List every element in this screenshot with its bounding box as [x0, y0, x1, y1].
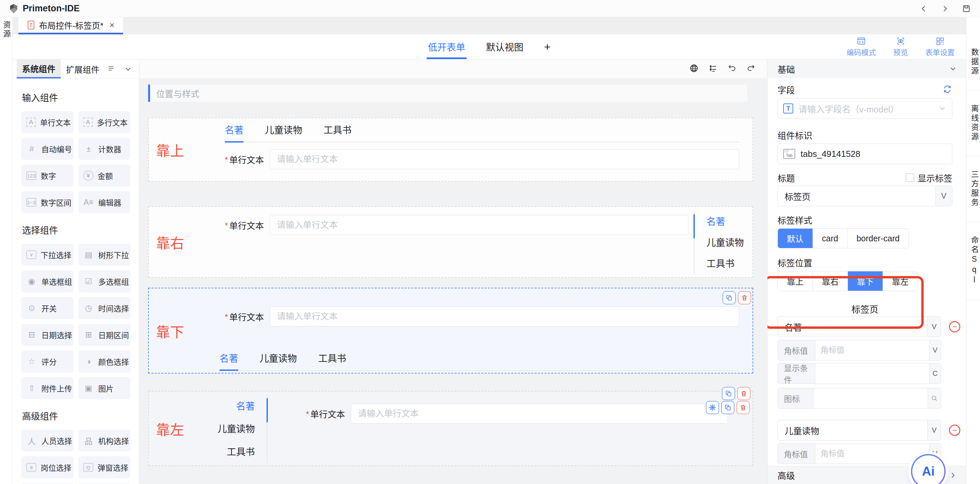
- tab-extension-components[interactable]: 扩展组件: [61, 59, 105, 78]
- canvas-tab[interactable]: 工具书: [706, 253, 752, 274]
- tab-item-name-input[interactable]: [778, 317, 927, 337]
- bind-variable-toggle[interactable]: V: [929, 340, 941, 360]
- palette-item[interactable]: ¥ 金额: [78, 165, 131, 187]
- right-rail-item[interactable]: 离线资源: [966, 91, 980, 156]
- canvas-tab[interactable]: 儿童读物: [265, 123, 302, 142]
- delete-container-button[interactable]: [737, 387, 751, 400]
- condition-input[interactable]: [815, 364, 929, 383]
- badge-input[interactable]: [815, 340, 929, 360]
- palette-item[interactable]: ◷ 时间选择: [78, 297, 131, 319]
- tabs-demo-right[interactable]: 靠右 *单行文本 名著 儿童读物 工具书: [148, 206, 753, 278]
- remove-tab-item-button[interactable]: −: [949, 425, 960, 436]
- category-list-icon[interactable]: [107, 65, 116, 73]
- canvas-tab[interactable]: 工具书: [227, 440, 255, 463]
- outline-tree-icon[interactable]: [708, 64, 719, 74]
- position-option-top[interactable]: 靠上: [778, 272, 813, 291]
- palette-item[interactable]: 1~3 数字区间: [21, 191, 74, 213]
- remove-tab-item-button[interactable]: −: [949, 321, 960, 332]
- palette-item[interactable]: 123 数字: [21, 165, 74, 187]
- i18n-globe-icon[interactable]: [689, 64, 700, 74]
- copy-field-button[interactable]: [721, 401, 735, 414]
- right-rail-item[interactable]: 命名Sql: [966, 222, 980, 300]
- canvas-tab[interactable]: 工具书: [318, 351, 346, 370]
- canvas-tab[interactable]: 儿童读物: [706, 231, 752, 252]
- tab-item-name-input[interactable]: [778, 420, 927, 440]
- copy-container-button[interactable]: [722, 387, 735, 400]
- position-option-right[interactable]: 靠右: [813, 272, 848, 291]
- resources-rail-item[interactable]: 资源: [0, 21, 12, 39]
- palette-item[interactable]: ⊞ 日期区间: [78, 324, 131, 346]
- show-label-toggle[interactable]: 显示标签: [905, 172, 952, 184]
- style-option-border-card[interactable]: border-card: [848, 228, 908, 248]
- palette-item[interactable]: ⊟ 日期选择: [21, 324, 74, 346]
- bind-variable-toggle[interactable]: V: [935, 186, 952, 206]
- canvas-tab[interactable]: 名著: [225, 123, 243, 142]
- palette-item[interactable]: ☆ 评分: [21, 350, 74, 372]
- palette-item[interactable]: A≡ 编辑器: [78, 191, 131, 213]
- nav-back-icon[interactable]: [919, 4, 929, 14]
- canvas-tab[interactable]: 儿童读物: [218, 417, 255, 439]
- document-tab[interactable]: 布局控件-标签页* ×: [18, 18, 123, 34]
- basic-section-header[interactable]: 基础: [767, 59, 966, 78]
- save-icon[interactable]: [961, 4, 971, 14]
- badge-input[interactable]: [815, 444, 929, 464]
- tabs-demo-left[interactable]: 靠左 名著 儿童读物 工具书 *单行文本: [148, 391, 753, 466]
- canvas-tab[interactable]: 工具书: [323, 123, 352, 142]
- palette-item[interactable]: 8 岗位选择: [21, 456, 74, 478]
- undo-icon[interactable]: [727, 64, 738, 74]
- single-line-text-input[interactable]: [270, 215, 689, 235]
- position-option-bottom[interactable]: 靠下: [848, 272, 883, 291]
- field-settings-gear-button[interactable]: [706, 401, 719, 414]
- tabs-demo-bottom-selected[interactable]: 靠下 *单行文本 名著 儿童读物 工具书: [148, 288, 753, 374]
- palette-item[interactable]: 品 机构选择: [78, 430, 131, 452]
- style-option-card[interactable]: card: [813, 228, 848, 248]
- single-line-text-input[interactable]: [351, 404, 728, 423]
- palette-item[interactable]: ☑ 多选框组: [78, 270, 131, 292]
- palette-item[interactable]: ▣ 图片: [78, 377, 131, 399]
- palette-collapse-icon[interactable]: [124, 65, 132, 73]
- palette-item[interactable]: A 单行文本: [21, 111, 74, 133]
- title-input[interactable]: [778, 186, 935, 206]
- redo-icon[interactable]: [746, 64, 757, 74]
- show-label-checkbox[interactable]: [905, 173, 914, 182]
- palette-item[interactable]: ⇧ 附件上传: [21, 377, 74, 399]
- single-line-text-input[interactable]: [270, 307, 739, 326]
- component-id-field[interactable]: Tab tabs_49141528: [778, 144, 952, 164]
- right-rail-item[interactable]: 数据源: [966, 34, 980, 91]
- tab-low-code-form[interactable]: 低开表单: [428, 34, 465, 59]
- single-line-text-input[interactable]: [270, 149, 739, 169]
- tab-system-components[interactable]: 系统组件: [17, 59, 61, 78]
- copy-component-button[interactable]: [722, 291, 736, 304]
- palette-item[interactable]: 人 人员选择: [21, 430, 74, 452]
- right-rail-item[interactable]: 三方服务: [966, 156, 980, 222]
- canvas-tab[interactable]: 儿童读物: [259, 351, 297, 370]
- palette-item[interactable]: ± 计数器: [78, 138, 131, 160]
- style-option-default[interactable]: 默认: [778, 228, 813, 248]
- palette-item[interactable]: ▤ 树形下拉: [78, 244, 131, 266]
- delete-component-button[interactable]: [738, 291, 751, 304]
- palette-item[interactable]: ◉ 单选框组: [21, 270, 74, 292]
- condition-code-toggle[interactable]: C: [929, 364, 941, 383]
- search-icon[interactable]: [928, 388, 941, 408]
- palette-item[interactable]: A 多行文本: [78, 111, 131, 133]
- palette-item[interactable]: # 自动编号: [21, 138, 74, 160]
- palette-item[interactable]: ⊙ 开关: [21, 297, 74, 319]
- add-view-button[interactable]: +: [544, 40, 551, 53]
- canvas-tab[interactable]: 名著: [236, 394, 255, 417]
- bind-variable-toggle[interactable]: V: [927, 317, 941, 337]
- form-settings-button[interactable]: 表单设置: [925, 37, 955, 57]
- delete-field-button[interactable]: [737, 401, 750, 414]
- code-mode-button[interactable]: 编码模式: [846, 37, 876, 57]
- tabs-demo-top[interactable]: 靠上 名著 儿童读物 工具书 *单行文本: [148, 118, 753, 182]
- palette-item[interactable]: ◑ 颜色选择: [78, 350, 131, 372]
- close-tab-icon[interactable]: ×: [110, 20, 115, 30]
- preview-button[interactable]: 预览: [893, 37, 908, 57]
- palette-item[interactable]: ∨ 下拉选择: [21, 244, 74, 266]
- field-binding-select[interactable]: T 请输入字段名（v-model）: [778, 98, 952, 119]
- bind-variable-toggle[interactable]: V: [927, 420, 941, 440]
- palette-item[interactable]: Q 弹窗选择: [78, 456, 131, 478]
- refresh-icon[interactable]: [943, 85, 952, 94]
- nav-forward-icon[interactable]: [940, 4, 950, 14]
- icon-input[interactable]: [813, 388, 928, 408]
- tab-default-view[interactable]: 默认视图: [486, 34, 523, 59]
